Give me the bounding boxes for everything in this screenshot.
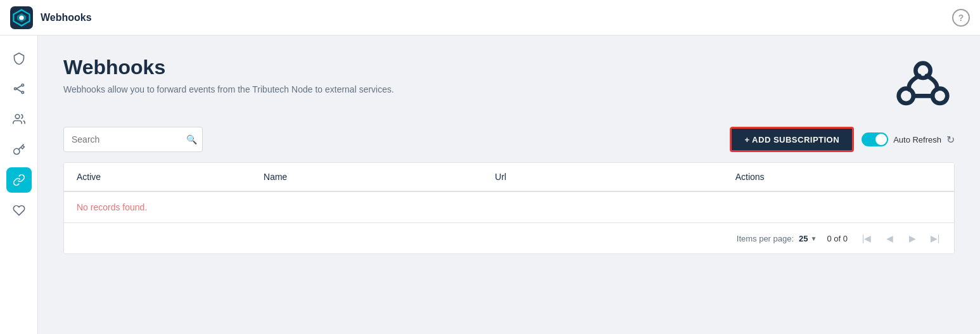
search-input[interactable] bbox=[72, 134, 182, 145]
app-title: Webhooks bbox=[41, 12, 92, 23]
page-header: Webhooks Webhooks allow you to forward e… bbox=[63, 56, 955, 106]
auto-refresh-toggle[interactable] bbox=[862, 132, 888, 146]
help-button[interactable]: ? bbox=[952, 9, 970, 27]
webhooks-table-container: Active Name Url Actions No records found… bbox=[63, 162, 955, 254]
search-box: 🔍 bbox=[63, 127, 203, 152]
svg-point-4 bbox=[14, 87, 16, 89]
col-url: Url bbox=[482, 163, 722, 191]
first-page-button[interactable]: |◀ bbox=[858, 229, 875, 247]
controls-row: 🔍 + ADD SUBSCRIPTION Auto Refresh ↻ bbox=[63, 127, 955, 152]
last-page-button[interactable]: ▶| bbox=[926, 229, 944, 247]
chevron-down-icon: ▼ bbox=[811, 235, 817, 242]
svg-line-8 bbox=[16, 89, 21, 92]
pagination-row: Items per page: 25 ▼ 0 of 0 |◀ ◀ ▶ ▶| bbox=[64, 222, 954, 254]
table-header-row: Active Name Url Actions bbox=[64, 163, 954, 191]
add-subscription-button[interactable]: + ADD SUBSCRIPTION bbox=[730, 127, 854, 152]
main-content: Webhooks Webhooks allow you to forward e… bbox=[38, 35, 980, 334]
svg-line-7 bbox=[16, 86, 21, 89]
items-per-page-label: Items per page: bbox=[737, 234, 794, 243]
refresh-icon[interactable]: ↻ bbox=[946, 134, 955, 146]
col-name: Name bbox=[251, 163, 482, 191]
topbar: Webhooks ? bbox=[0, 0, 980, 35]
next-page-button[interactable]: ▶ bbox=[903, 229, 921, 247]
per-page-select[interactable]: 25 ▼ bbox=[799, 234, 817, 243]
sidebar-item-flow[interactable] bbox=[6, 76, 32, 101]
sidebar-item-key[interactable] bbox=[6, 137, 32, 162]
prev-page-button[interactable]: ◀ bbox=[881, 229, 898, 247]
webhook-illustration bbox=[891, 56, 955, 106]
auto-refresh-label: Auto Refresh bbox=[893, 135, 941, 145]
sidebar-item-webhook[interactable] bbox=[6, 167, 32, 193]
sidebar-item-plugin[interactable] bbox=[6, 198, 32, 223]
svg-point-11 bbox=[899, 89, 913, 103]
per-page-value: 25 bbox=[799, 234, 808, 243]
svg-point-9 bbox=[15, 115, 20, 119]
app-logo bbox=[10, 6, 33, 29]
svg-point-12 bbox=[932, 89, 947, 103]
col-actions: Actions bbox=[723, 163, 954, 191]
svg-point-3 bbox=[19, 15, 23, 20]
sidebar bbox=[0, 35, 38, 334]
page-subtitle: Webhooks allow you to forward events fro… bbox=[63, 84, 879, 94]
webhooks-table: Active Name Url Actions No records found… bbox=[64, 163, 954, 222]
sidebar-item-users[interactable] bbox=[6, 106, 32, 132]
svg-point-5 bbox=[22, 84, 23, 86]
no-records-message: No records found. bbox=[64, 191, 954, 222]
sidebar-item-shield[interactable] bbox=[6, 46, 32, 71]
toggle-knob bbox=[875, 134, 887, 145]
svg-point-6 bbox=[22, 91, 23, 93]
search-icon: 🔍 bbox=[186, 134, 197, 145]
auto-refresh-control: Auto Refresh ↻ bbox=[862, 132, 955, 146]
page-count: 0 of 0 bbox=[827, 234, 848, 243]
no-records-row: No records found. bbox=[64, 191, 954, 222]
page-title: Webhooks bbox=[63, 56, 879, 79]
col-active: Active bbox=[64, 163, 251, 191]
